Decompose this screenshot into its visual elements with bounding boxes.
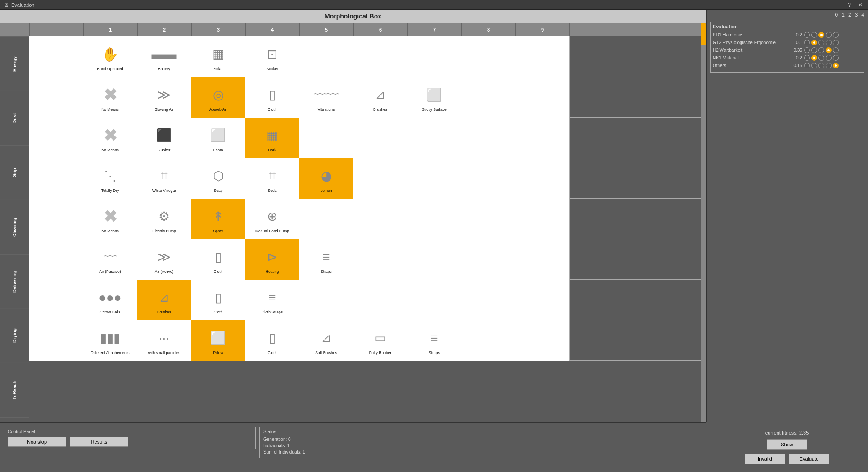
grid-cell-toreach-4[interactable]: ≡Cloth Straps (245, 280, 299, 320)
grid-cell-cleaning-4[interactable]: ⌗Soda (245, 158, 299, 199)
grid-cell-energy-9[interactable] (515, 36, 570, 77)
show-button[interactable]: Show (767, 439, 807, 450)
radio-0-0[interactable] (804, 32, 810, 38)
close-button[interactable]: ✕ (856, 2, 864, 8)
grid-cell-toreach-9[interactable] (515, 280, 570, 320)
grid-cell-energy-8[interactable] (461, 36, 515, 77)
scrollbar[interactable] (701, 23, 706, 472)
invalid-button[interactable]: Invalid (745, 454, 785, 464)
radio-1-1[interactable] (811, 40, 817, 45)
radio-4-0[interactable] (804, 63, 810, 68)
grid-cell-cleaning-7[interactable] (407, 158, 461, 199)
grid-cell-energy-6[interactable] (353, 36, 407, 77)
radio-0-2[interactable] (818, 32, 824, 38)
radio-4-1[interactable] (811, 63, 817, 68)
radio-3-4[interactable] (833, 55, 839, 61)
grid-cell-contour-7[interactable]: ≡Straps (407, 320, 461, 361)
results-button[interactable]: Results (70, 437, 128, 447)
grid-cell-drying-4[interactable]: ⊳Heating (245, 239, 299, 280)
grid-cell-dust-7[interactable]: ⬜Sticky Surface (407, 77, 461, 118)
grid-cell-delivering-9[interactable] (515, 199, 570, 239)
grid-cell-contour-9[interactable] (515, 320, 570, 361)
grid-cell-contour-8[interactable] (461, 320, 515, 361)
grid-cell-drying-1[interactable]: 〰Air (Passive) (83, 239, 137, 280)
radio-1-2[interactable] (818, 40, 824, 45)
grid-cell-contour-2[interactable]: ···with small particles (137, 320, 191, 361)
radio-2-2[interactable] (818, 47, 824, 53)
grid-cell-energy-4[interactable]: ⊡Socket (245, 36, 299, 77)
radio-1-4[interactable] (833, 40, 839, 45)
radio-0-4[interactable] (833, 32, 839, 38)
grid-cell-toreach-3[interactable]: ▯Cloth (191, 280, 245, 320)
grid-cell-grip-1[interactable]: ✖No Means (83, 118, 137, 158)
grid-cell-delivering-8[interactable] (461, 199, 515, 239)
grid-cell-drying-3[interactable]: ▯Cloth (191, 239, 245, 280)
grid-cell-toreach-7[interactable] (407, 280, 461, 320)
grid-cell-drying-6[interactable] (353, 239, 407, 280)
grid-cell-dust-2[interactable]: ≫Blowing Air (137, 77, 191, 118)
grid-cell-grip-4[interactable]: ▦Cork (245, 118, 299, 158)
grid-cell-cleaning-1[interactable]: ⋱Totally Dry (83, 158, 137, 199)
radio-3-1[interactable] (811, 55, 817, 61)
noa-stop-button[interactable]: Noa stop (8, 437, 66, 447)
radio-4-3[interactable] (826, 63, 832, 68)
radio-1-0[interactable] (804, 40, 810, 45)
grid-cell-delivering-6[interactable] (353, 199, 407, 239)
grid-cell-toreach-2[interactable]: ⊿Brushes (137, 280, 191, 320)
grid-cell-dust-4[interactable]: ▯Cloth (245, 77, 299, 118)
help-button[interactable]: ? (846, 2, 853, 8)
grid-cell-delivering-7[interactable] (407, 199, 461, 239)
grid-cell-grip-5[interactable] (299, 118, 353, 158)
grid-cell-energy-7[interactable] (407, 36, 461, 77)
grid-cell-dust-6[interactable]: ⊿Brushes (353, 77, 407, 118)
grid-cell-grip-6[interactable] (353, 118, 407, 158)
grid-cell-toreach-1[interactable]: ●●●Cotton Balls (83, 280, 137, 320)
radio-3-0[interactable] (804, 55, 810, 61)
radio-0-3[interactable] (826, 32, 832, 38)
grid-cell-drying-8[interactable] (461, 239, 515, 280)
grid-cell-cleaning-9[interactable] (515, 158, 570, 199)
radio-2-3[interactable] (826, 47, 832, 53)
radio-4-2[interactable] (818, 63, 824, 68)
grid-cell-cleaning-2[interactable]: ⌗White Vinegar (137, 158, 191, 199)
radio-3-2[interactable] (818, 55, 824, 61)
grid-cell-contour-3[interactable]: ⬜Pillow (191, 320, 245, 361)
grid-cell-contour-5[interactable]: ⊿Soft Brushes (299, 320, 353, 361)
grid-cell-drying-9[interactable] (515, 239, 570, 280)
grid-cell-grip-9[interactable] (515, 118, 570, 158)
grid-cell-contour-1[interactable]: ▮▮▮Different Attachements (83, 320, 137, 361)
grid-cell-dust-1[interactable]: ✖No Means (83, 77, 137, 118)
grid-cell-delivering-5[interactable] (299, 199, 353, 239)
grid-cell-delivering-2[interactable]: ⚙Electric Pump (137, 199, 191, 239)
grid-cell-toreach-8[interactable] (461, 280, 515, 320)
radio-1-3[interactable] (826, 40, 832, 45)
radio-3-3[interactable] (826, 55, 832, 61)
grid-cell-toreach-5[interactable] (299, 280, 353, 320)
grid-cell-energy-3[interactable]: ▦Solar (191, 36, 245, 77)
grid-cell-cleaning-8[interactable] (461, 158, 515, 199)
grid-cell-energy-5[interactable] (299, 36, 353, 77)
grid-cell-energy-1[interactable]: ✋Hand Operated (83, 36, 137, 77)
grid-cell-contour-4[interactable]: ▯Cloth (245, 320, 299, 361)
evaluate-button[interactable]: Evaluate (789, 454, 829, 464)
radio-2-4[interactable] (833, 47, 839, 53)
radio-2-1[interactable] (811, 47, 817, 53)
grid-cell-cleaning-3[interactable]: ⬡Soap (191, 158, 245, 199)
grid-cell-dust-3[interactable]: ◎Absorb Air (191, 77, 245, 118)
grid-cell-drying-2[interactable]: ≫Air (Active) (137, 239, 191, 280)
grid-cell-grip-3[interactable]: ⬜Foam (191, 118, 245, 158)
grid-cell-grip-2[interactable]: ⬛Rubber (137, 118, 191, 158)
grid-cell-cleaning-6[interactable] (353, 158, 407, 199)
grid-cell-delivering-1[interactable]: ✖No Means (83, 199, 137, 239)
grid-cell-grip-8[interactable] (461, 118, 515, 158)
grid-cell-toreach-6[interactable] (353, 280, 407, 320)
grid-cell-dust-8[interactable] (461, 77, 515, 118)
grid-cell-drying-5[interactable]: ≡Straps (299, 239, 353, 280)
radio-0-1[interactable] (811, 32, 817, 38)
grid-cell-contour-6[interactable]: ▭Putty Rubber (353, 320, 407, 361)
grid-cell-drying-7[interactable] (407, 239, 461, 280)
grid-cell-energy-2[interactable]: ▬▬Battery (137, 36, 191, 77)
radio-4-4[interactable] (833, 63, 839, 68)
grid-cell-delivering-4[interactable]: ⊕Manual Hand Pump (245, 199, 299, 239)
scrollbar-thumb[interactable] (701, 23, 706, 45)
